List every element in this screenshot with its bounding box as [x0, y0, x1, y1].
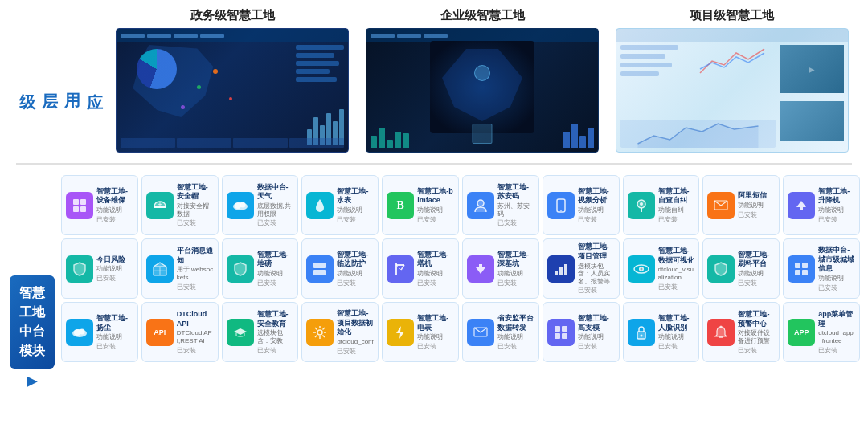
svg-marker-42 [234, 328, 247, 335]
module-name-28: 智慧工地-预警中心 [738, 310, 775, 328]
module-desc-11: 用于 websockets [177, 266, 214, 281]
svg-rect-54 [555, 326, 560, 332]
svg-rect-31 [564, 264, 567, 275]
module-card-5[interactable]: 智慧工地-苏安码苏州、苏安码已安装 [462, 175, 539, 235]
svg-rect-30 [559, 267, 563, 275]
module-icon-28 [707, 319, 735, 346]
module-card-19[interactable]: 数据中台-城市级城域信息功能说明已安装 [783, 238, 860, 299]
module-icon-8 [707, 192, 735, 219]
module-card-1[interactable]: 智慧工地-安全帽对接安全帽数据已安装 [141, 175, 219, 235]
module-icon-18 [707, 255, 735, 283]
module-card-13[interactable]: 智慧工地-临边防护功能说明已安装 [301, 238, 379, 299]
bottom-section: 智慧 工地 中台 模块 ▶ 智慧工地-设备维保功能说明已安装智慧工地-安全帽对接… [0, 171, 868, 436]
module-name-26: 智慧工地-高支模 [578, 314, 615, 332]
module-desc-9: 功能说明 [818, 206, 855, 214]
module-name-27: 智慧工地-人脸识别 [658, 314, 695, 332]
main-container: 应 用 层 级 政务级智慧工地 [0, 0, 868, 436]
module-desc-13: 功能说明 [337, 270, 374, 278]
module-card-15[interactable]: 智慧工地-深基坑功能说明已安装 [462, 238, 539, 299]
module-card-24[interactable]: 智慧工地-电表功能说明已安装 [382, 302, 459, 362]
module-icon-15 [467, 255, 494, 283]
module-icon-1 [146, 192, 174, 219]
module-icon-5 [467, 192, 494, 219]
module-icon-27 [628, 319, 655, 346]
module-status-16: 已安装 [578, 286, 615, 295]
module-card-8[interactable]: 阿里短信功能说明已安装 [702, 175, 780, 235]
svg-marker-28 [476, 264, 485, 274]
svg-point-41 [80, 328, 85, 334]
module-status-11: 已安装 [177, 283, 214, 291]
screen-project: ▶ [616, 28, 849, 153]
svg-rect-37 [795, 270, 800, 275]
module-card-23[interactable]: 智慧工地-项目数据初始化dtcloud_conf已安装 [301, 302, 379, 362]
module-desc-6: 功能说明 [578, 206, 615, 214]
module-desc-1: 对接安全帽数据 [177, 202, 214, 218]
svg-rect-1 [73, 199, 79, 205]
svg-rect-4 [80, 206, 86, 212]
module-card-27[interactable]: 智慧工地-人脸识别功能说明已安装 [623, 302, 700, 362]
module-card-16[interactable]: 智慧工地-项目管理选模块包含：人员实名、报警等已安装 [542, 238, 620, 299]
module-status-3: 已安装 [337, 215, 374, 224]
module-card-10[interactable]: 今日风险功能说明已安装 [61, 238, 138, 299]
module-card-21[interactable]: APIDTCloud APIDTCloud API,REST AI已安装 [141, 302, 219, 362]
svg-line-51 [315, 335, 317, 337]
module-icon-11 [146, 255, 174, 283]
svg-point-59 [640, 334, 642, 336]
svg-rect-38 [802, 270, 808, 275]
module-icon-6 [547, 192, 575, 219]
module-card-29[interactable]: APPapp菜单管理dtcloud_app_frontee已安装 [783, 302, 860, 362]
svg-rect-29 [555, 271, 558, 275]
module-icon-3 [306, 192, 334, 219]
module-desc-17: dtcloud_visualization [658, 266, 695, 281]
module-card-7[interactable]: 智慧工地-自查自纠功能自纠已安装 [623, 175, 700, 235]
module-name-7: 智慧工地-自查自纠 [658, 187, 695, 206]
module-card-12[interactable]: 智慧工地-地磅功能说明已安装 [222, 238, 299, 299]
svg-point-10 [240, 202, 245, 207]
screens-area: 政务级智慧工地 [113, 8, 852, 153]
module-desc-12: 功能说明 [257, 270, 294, 278]
module-card-0[interactable]: 智慧工地-设备维保功能说明已安装 [61, 175, 138, 235]
screen-title-project: 项目级智慧工地 [690, 8, 774, 23]
svg-point-11 [477, 200, 484, 206]
svg-point-15 [640, 202, 643, 206]
module-name-22: 智慧工地-安全教育 [257, 310, 294, 328]
module-status-9: 已安装 [818, 215, 855, 224]
module-name-8: 阿里短信 [738, 191, 767, 201]
module-card-9[interactable]: 智慧工地-升降机功能说明已安装 [783, 175, 860, 235]
module-card-2[interactable]: 数据中台-天气底层数据,共用权限已安装 [222, 175, 299, 235]
module-card-6[interactable]: 智慧工地-视频分析功能说明已安装 [542, 175, 620, 235]
module-card-28[interactable]: 智慧工地-预警中心对接硬件设备进行预警已安装 [702, 302, 780, 362]
module-name-0: 智慧工地-设备维保 [96, 187, 133, 206]
module-card-14[interactable]: 智慧工地-塔机功能说明已安装 [382, 238, 459, 299]
module-desc-8: 功能说明 [738, 202, 767, 210]
module-card-3[interactable]: 智慧工地-水表功能说明已安装 [301, 175, 379, 235]
module-icon-19 [788, 255, 815, 283]
module-icon-0 [66, 192, 93, 219]
screen-group-gov: 政务级智慧工地 [113, 8, 353, 153]
module-name-6: 智慧工地-视频分析 [578, 187, 615, 206]
svg-point-13 [560, 210, 562, 211]
module-card-20[interactable]: 智慧工地-扬尘功能说明已安装 [61, 302, 138, 362]
svg-rect-57 [562, 333, 567, 339]
module-icon-21: API [146, 319, 174, 346]
module-card-11[interactable]: 平台消息通知用于 websockets已安装 [141, 238, 219, 299]
module-name-5: 智慧工地-苏安码 [497, 183, 534, 202]
module-status-6: 已安装 [578, 215, 615, 224]
svg-rect-2 [80, 199, 86, 205]
svg-marker-18 [796, 201, 806, 210]
module-card-18[interactable]: 智慧工地-刷料平台功能说明已安装 [702, 238, 780, 299]
module-card-25[interactable]: 省安监平台数据转发功能说明已安装 [462, 302, 539, 362]
module-status-1: 已安装 [177, 218, 214, 227]
module-card-26[interactable]: 智慧工地-高支模功能说明已安装 [542, 302, 620, 362]
module-icon-7 [628, 192, 655, 219]
module-name-24: 智慧工地-电表 [417, 314, 454, 332]
section-divider [16, 163, 852, 165]
module-card-4[interactable]: B智慧工地-bimface功能说明已安装 [382, 175, 459, 235]
module-name-14: 智慧工地-塔机 [417, 251, 454, 269]
module-name-19: 数据中台-城市级城域信息 [818, 246, 855, 274]
module-desc-26: 功能说明 [578, 333, 615, 341]
module-card-17[interactable]: 智慧工地-数据可视化dtcloud_visualization已安装 [623, 238, 700, 299]
module-name-16: 智慧工地-项目管理 [578, 242, 615, 261]
module-status-8: 已安装 [738, 210, 767, 219]
module-card-22[interactable]: 智慧工地-安全教育选模块包含：安教已安装 [222, 302, 299, 362]
